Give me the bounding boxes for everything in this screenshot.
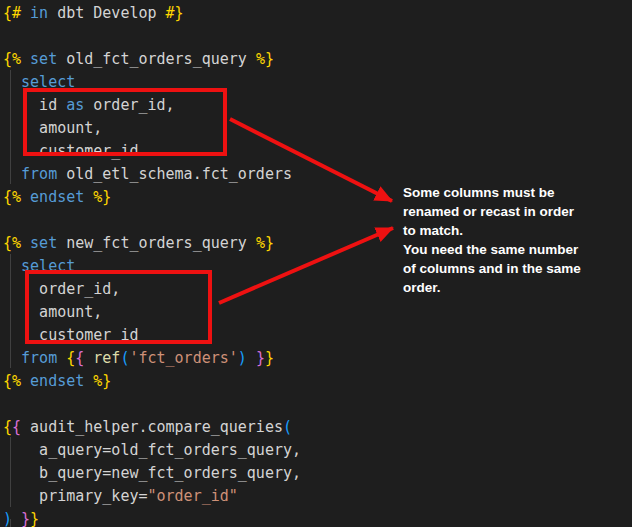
- code-line[interactable]: customer_id: [3, 324, 301, 347]
- code-token: #}: [166, 4, 184, 22]
- code-line[interactable]: [3, 393, 301, 416]
- code-token: 'fct_orders': [129, 349, 237, 367]
- code-token: {: [3, 418, 12, 436]
- code-token: endset: [30, 188, 84, 206]
- code-line[interactable]: [3, 209, 301, 232]
- code-token: old_fct_orders_query: [57, 50, 256, 68]
- code-token: [21, 188, 30, 206]
- code-token: set: [30, 50, 57, 68]
- code-token: {: [66, 349, 75, 367]
- code-token: [84, 188, 93, 206]
- code-token: amount,: [3, 119, 102, 137]
- code-line[interactable]: ) }}: [3, 508, 301, 527]
- annotation-line: You need the same number: [403, 240, 621, 259]
- code-line[interactable]: {% set old_fct_orders_query %}: [3, 48, 301, 71]
- code-line[interactable]: select: [3, 255, 301, 278]
- code-line[interactable]: amount,: [3, 117, 301, 140]
- annotation-line: of columns and in the same: [403, 259, 621, 278]
- annotation-line: to match.: [403, 221, 621, 240]
- code-token: b_query=new_fct_orders_query,: [3, 464, 301, 482]
- code-line[interactable]: id as order_id,: [3, 94, 301, 117]
- code-token: }: [256, 349, 265, 367]
- code-token: customer_id: [3, 326, 138, 344]
- code-token: id: [3, 96, 66, 114]
- code-token: }: [21, 510, 30, 527]
- code-line[interactable]: from {{ ref('fct_orders') }}: [3, 347, 301, 370]
- code-token: {: [75, 349, 84, 367]
- code-token: [247, 349, 256, 367]
- code-line[interactable]: {# in dbt Develop #}: [3, 2, 301, 25]
- code-token: %}: [93, 188, 111, 206]
- code-token: ref: [93, 349, 120, 367]
- code-token: [12, 510, 21, 527]
- code-token: dbt Develop: [48, 4, 165, 22]
- code-line[interactable]: b_query=new_fct_orders_query,: [3, 462, 301, 485]
- code-token: [84, 349, 93, 367]
- code-token: }: [265, 349, 274, 367]
- code-token: [57, 349, 66, 367]
- code-line[interactable]: a_query=old_fct_orders_query,: [3, 439, 301, 462]
- code-token: {%: [3, 372, 21, 390]
- annotation-line: order.: [403, 278, 621, 297]
- annotation-line: Some columns must be: [403, 183, 621, 202]
- code-token: order_id,: [84, 96, 174, 114]
- code-text[interactable]: {# in dbt Develop #}{% set old_fct_order…: [3, 2, 301, 527]
- code-token: a_query=old_fct_orders_query,: [3, 441, 301, 459]
- code-token: [21, 372, 30, 390]
- code-token: amount,: [3, 303, 102, 321]
- code-token: %}: [256, 50, 274, 68]
- code-line[interactable]: amount,: [3, 301, 301, 324]
- code-line[interactable]: from old_etl_schema.fct_orders: [3, 163, 301, 186]
- code-token: from: [21, 165, 57, 183]
- code-token: (: [283, 418, 292, 436]
- code-token: old_etl_schema.fct_orders: [57, 165, 292, 183]
- code-token: endset: [30, 372, 84, 390]
- code-token: [21, 50, 30, 68]
- code-line[interactable]: {{ audit_helper.compare_queries(: [3, 416, 301, 439]
- code-token: as: [66, 96, 84, 114]
- code-token: {%: [3, 234, 21, 252]
- code-line[interactable]: {% endset %}: [3, 370, 301, 393]
- code-token: {: [12, 418, 21, 436]
- code-line[interactable]: [3, 25, 301, 48]
- code-token: [84, 372, 93, 390]
- code-token: order_id,: [3, 280, 120, 298]
- code-editor[interactable]: {# in dbt Develop #}{% set old_fct_order…: [0, 0, 632, 527]
- annotation-line: renamed or recast in order: [403, 202, 621, 221]
- code-token: {#: [3, 4, 21, 22]
- code-token: customer_id: [3, 142, 138, 160]
- code-line[interactable]: select: [3, 71, 301, 94]
- code-token: new_fct_orders_query: [57, 234, 256, 252]
- code-token: ): [238, 349, 247, 367]
- code-line[interactable]: {% set new_fct_orders_query %}: [3, 232, 301, 255]
- code-token: {%: [3, 188, 21, 206]
- code-token: %}: [93, 372, 111, 390]
- code-line[interactable]: customer_id: [3, 140, 301, 163]
- code-token: from: [21, 349, 57, 367]
- code-token: %}: [256, 234, 274, 252]
- code-token: select: [21, 257, 75, 275]
- code-token: "order_id": [148, 487, 238, 505]
- code-token: [21, 234, 30, 252]
- code-token: [21, 4, 30, 22]
- code-token: }: [30, 510, 39, 527]
- annotation-text: Some columns must berenamed or recast in…: [403, 183, 621, 297]
- code-token: in: [30, 4, 48, 22]
- code-token: primary_key=: [3, 487, 148, 505]
- code-line[interactable]: primary_key="order_id": [3, 485, 301, 508]
- code-token: {%: [3, 50, 21, 68]
- code-token: [3, 73, 21, 91]
- code-token: ): [3, 510, 12, 527]
- code-token: audit_helper.compare_queries: [21, 418, 283, 436]
- code-token: [3, 165, 21, 183]
- code-token: set: [30, 234, 57, 252]
- code-line[interactable]: {% endset %}: [3, 186, 301, 209]
- code-line[interactable]: order_id,: [3, 278, 301, 301]
- code-token: [3, 349, 21, 367]
- code-token: [3, 257, 21, 275]
- code-token: select: [21, 73, 75, 91]
